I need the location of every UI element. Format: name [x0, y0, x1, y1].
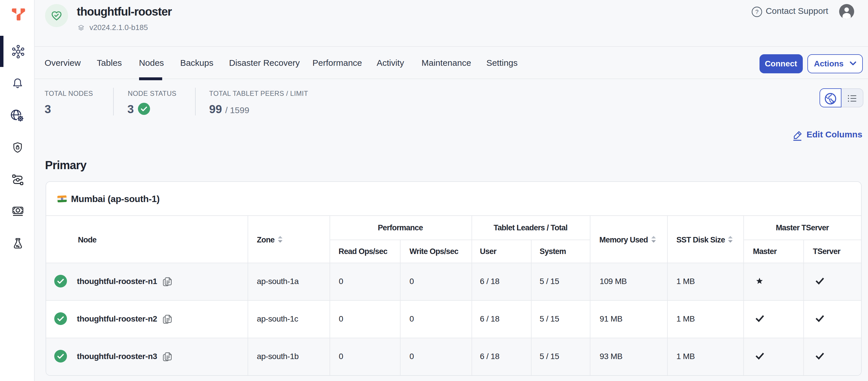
svg-text:?: ?	[755, 9, 758, 15]
